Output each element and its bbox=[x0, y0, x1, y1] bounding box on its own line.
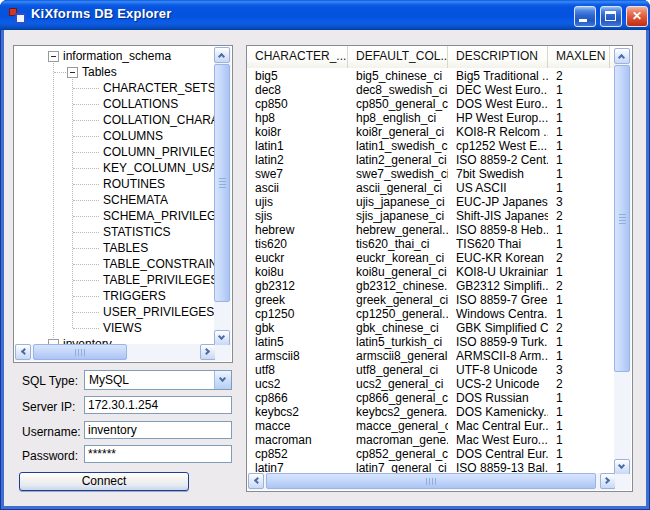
minimize-button[interactable] bbox=[574, 6, 596, 27]
tree-item[interactable]: TRIGGERS bbox=[14, 288, 216, 304]
table-row[interactable]: tis620tis620_thai_ciTIS620 Thai1 bbox=[247, 237, 615, 251]
table-cell: DOS Russian bbox=[448, 391, 548, 405]
table-row[interactable]: koi8ukoi8u_general_ciKOI8-U Ukrainian1 bbox=[247, 265, 615, 279]
column-header[interactable]: MAXLEN bbox=[548, 46, 610, 68]
tree-item-label: TABLES bbox=[103, 241, 148, 255]
tree-item[interactable]: information_schema bbox=[14, 48, 216, 64]
app-icon-blue-square bbox=[15, 13, 26, 24]
close-button[interactable]: ✕ bbox=[626, 6, 648, 27]
character-sets-listview[interactable]: CHARACTER_...DEFAULT_COL...DESCRIPTIONMA… bbox=[246, 45, 633, 492]
table-cell: cp850_general_ci bbox=[348, 97, 448, 111]
table-cell: DEC West Euro... bbox=[448, 83, 548, 97]
scroll-right-button[interactable] bbox=[600, 473, 616, 489]
tree-item[interactable]: KEY_COLUMN_USAGE bbox=[14, 160, 216, 176]
tree-vscroll-thumb[interactable] bbox=[214, 64, 230, 302]
tree-item[interactable]: Tables bbox=[14, 64, 216, 80]
table-row[interactable]: hebrewhebrew_general...ISO 8859-8 Heb...… bbox=[247, 223, 615, 237]
tree-hscroll-thumb[interactable] bbox=[33, 344, 127, 360]
table-cell: 2 bbox=[548, 377, 610, 391]
table-row[interactable]: cp866cp866_general_ciDOS Russian1 bbox=[247, 391, 615, 405]
table-row[interactable]: big5big5_chinese_ciBig5 Traditional ...2 bbox=[247, 69, 615, 83]
table-row[interactable]: ujisujis_japanese_ciEUC-JP Japanese3 bbox=[247, 195, 615, 209]
list-vertical-scrollbar[interactable] bbox=[614, 48, 631, 475]
table-row[interactable]: armscii8armscii8_general...ARMSCII-8 Arm… bbox=[247, 349, 615, 363]
tree-item[interactable]: COLLATION_CHARACTER_SET_APPLICABILITY bbox=[14, 112, 216, 128]
sql-type-combobox[interactable]: MySQL bbox=[84, 370, 232, 390]
username-field[interactable] bbox=[84, 421, 232, 439]
table-cell: 2 bbox=[548, 321, 610, 335]
table-row[interactable]: gb2312gb2312_chinese...GB2312 Simplifi..… bbox=[247, 279, 615, 293]
table-row[interactable]: swe7swe7_swedish_ci7bit Swedish1 bbox=[247, 167, 615, 181]
tree-item-label: SCHEMA_PRIVILEGES bbox=[103, 209, 216, 223]
tree-item[interactable]: USER_PRIVILEGES bbox=[14, 304, 216, 320]
table-cell: 1 bbox=[548, 307, 610, 321]
tree-item-label: COLLATIONS bbox=[103, 97, 178, 111]
tree-item-label: TABLE_CONSTRAINTS bbox=[103, 257, 216, 271]
database-tree[interactable]: information_schemaTablesCHARACTER_SETSCO… bbox=[13, 45, 233, 363]
tree-item[interactable]: STATISTICS bbox=[14, 224, 216, 240]
table-row[interactable]: maccemacce_general_ciMac Central Eur...1 bbox=[247, 419, 615, 433]
scroll-down-button[interactable] bbox=[614, 459, 630, 475]
collapse-minus-icon[interactable] bbox=[67, 67, 78, 78]
table-row[interactable]: koi8rkoi8r_general_ciKOI8-R Relcom ...1 bbox=[247, 125, 615, 139]
tree-item[interactable]: COLUMN_PRIVILEGES bbox=[14, 144, 216, 160]
tree-item[interactable]: COLUMNS bbox=[14, 128, 216, 144]
table-row[interactable]: latin5latin5_turkish_ciISO 8859-9 Turk..… bbox=[247, 335, 615, 349]
table-row[interactable]: cp1250cp1250_general...Windows Centra...… bbox=[247, 307, 615, 321]
tree-item[interactable]: TABLE_CONSTRAINTS bbox=[14, 256, 216, 272]
table-row[interactable]: dec8dec8_swedish_ciDEC West Euro...1 bbox=[247, 83, 615, 97]
table-row[interactable]: ucs2ucs2_general_ciUCS-2 Unicode2 bbox=[247, 377, 615, 391]
tree-item[interactable]: CHARACTER_SETS bbox=[14, 80, 216, 96]
list-vscroll-thumb[interactable] bbox=[614, 65, 630, 372]
table-row[interactable]: macromanmacroman_gene...Mac West Euro...… bbox=[247, 433, 615, 447]
scroll-left-button[interactable] bbox=[15, 344, 31, 360]
password-field[interactable] bbox=[84, 445, 232, 463]
scroll-up-button[interactable] bbox=[214, 47, 230, 63]
list-hscroll-thumb[interactable] bbox=[266, 473, 596, 489]
collapse-minus-icon[interactable] bbox=[48, 51, 59, 62]
table-row[interactable]: euckreuckr_korean_ciEUC-KR Korean2 bbox=[247, 251, 615, 265]
thumb-grip-icon bbox=[219, 178, 226, 188]
table-row[interactable]: cp850cp850_general_ciDOS West Euro...1 bbox=[247, 97, 615, 111]
tree-vertical-scrollbar[interactable] bbox=[214, 47, 231, 346]
table-row[interactable]: cp852cp852_general_ciDOS Central Eur...1 bbox=[247, 447, 615, 461]
table-cell: keybcs2 bbox=[247, 405, 348, 419]
scroll-left-button[interactable] bbox=[248, 473, 264, 489]
table-cell: cp850 bbox=[247, 97, 348, 111]
tree-item[interactable]: SCHEMATA bbox=[14, 192, 216, 208]
combo-dropdown-button[interactable] bbox=[214, 371, 231, 389]
tree-item[interactable]: TABLES bbox=[14, 240, 216, 256]
table-row[interactable]: sjissjis_japanese_ciShift-JIS Japanese2 bbox=[247, 209, 615, 223]
column-header[interactable]: DEFAULT_COL... bbox=[348, 46, 448, 68]
scroll-right-button[interactable] bbox=[200, 344, 216, 360]
maximize-button[interactable] bbox=[600, 6, 622, 27]
table-cell: latin5_turkish_ci bbox=[348, 335, 448, 349]
table-cell: swe7 bbox=[247, 167, 348, 181]
scroll-down-button[interactable] bbox=[214, 330, 230, 346]
connect-button[interactable]: Connect bbox=[19, 472, 189, 491]
table-row[interactable]: latin2latin2_general_ciISO 8859-2 Cent..… bbox=[247, 153, 615, 167]
table-cell: ISO 8859-2 Cent... bbox=[448, 153, 548, 167]
server-ip-field[interactable] bbox=[84, 396, 232, 414]
table-cell: EUC-KR Korean bbox=[448, 251, 548, 265]
tree-item[interactable]: TABLE_PRIVILEGES bbox=[14, 272, 216, 288]
table-cell: 1 bbox=[548, 335, 610, 349]
table-row[interactable]: gbkgbk_chinese_ciGBK Simplified C...2 bbox=[247, 321, 615, 335]
list-horizontal-scrollbar[interactable] bbox=[248, 473, 616, 490]
table-row[interactable]: asciiascii_general_ciUS ASCII1 bbox=[247, 181, 615, 195]
client-area: information_schemaTablesCHARACTER_SETSCO… bbox=[4, 30, 646, 506]
tree-item[interactable]: SCHEMA_PRIVILEGES bbox=[14, 208, 216, 224]
table-row[interactable]: keybcs2keybcs2_genera...DOS Kamenicky...… bbox=[247, 405, 615, 419]
titlebar[interactable]: KiXforms DB Explorer ✕ bbox=[0, 0, 650, 30]
tree-item[interactable]: VIEWS bbox=[14, 320, 216, 336]
table-row[interactable]: greekgreek_general_ciISO 8859-7 Greek1 bbox=[247, 293, 615, 307]
table-row[interactable]: latin1latin1_swedish_cicp1252 West E...1 bbox=[247, 139, 615, 153]
column-header[interactable]: CHARACTER_... bbox=[247, 46, 348, 68]
tree-horizontal-scrollbar[interactable] bbox=[15, 344, 216, 361]
tree-item[interactable]: ROUTINES bbox=[14, 176, 216, 192]
table-row[interactable]: utf8utf8_general_ciUTF-8 Unicode3 bbox=[247, 363, 615, 377]
tree-item[interactable]: COLLATIONS bbox=[14, 96, 216, 112]
scroll-up-button[interactable] bbox=[614, 48, 630, 64]
column-header[interactable]: DESCRIPTION bbox=[448, 46, 548, 68]
table-row[interactable]: hp8hp8_english_ciHP West Europ...1 bbox=[247, 111, 615, 125]
